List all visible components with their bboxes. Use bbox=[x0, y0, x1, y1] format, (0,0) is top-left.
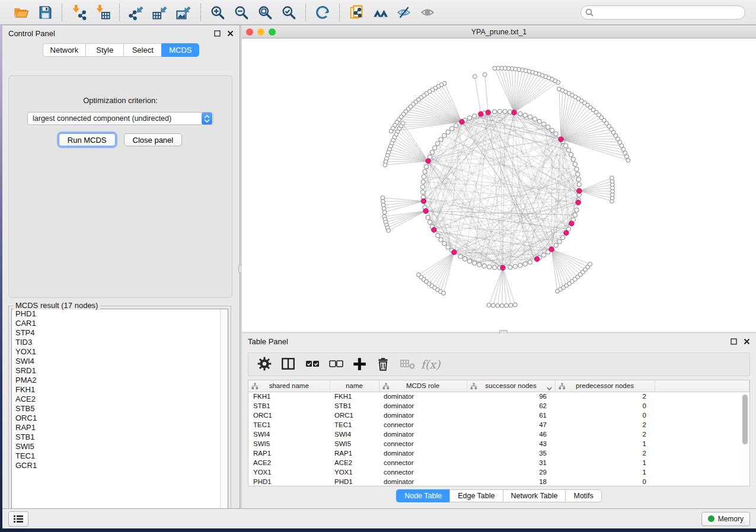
network-node[interactable] bbox=[546, 125, 550, 129]
table-row[interactable]: PHD1PHD1dominator180 bbox=[248, 477, 749, 486]
network-node[interactable] bbox=[550, 128, 554, 132]
close-panel-icon[interactable] bbox=[227, 30, 234, 37]
network-node[interactable] bbox=[382, 210, 387, 214]
panel-list-button[interactable] bbox=[8, 511, 28, 527]
table-row[interactable]: YOX1YOX1connector291 bbox=[248, 467, 749, 477]
export-network-button[interactable] bbox=[126, 3, 147, 22]
network-node[interactable] bbox=[576, 177, 580, 181]
network-node[interactable] bbox=[439, 137, 443, 142]
network-node[interactable] bbox=[426, 215, 430, 219]
first-neighbors-button[interactable] bbox=[369, 3, 391, 22]
mcds-list-scrollbar[interactable] bbox=[220, 309, 228, 518]
table-row[interactable]: STB1STB1dominator620 bbox=[248, 401, 749, 411]
network-node[interactable] bbox=[462, 257, 467, 261]
float-panel-icon[interactable] bbox=[730, 338, 737, 345]
zoom-out-button[interactable] bbox=[231, 3, 252, 22]
network-node[interactable] bbox=[389, 129, 393, 133]
table-row[interactable]: FKH1FKH1dominator962 bbox=[248, 392, 749, 401]
mcds-result-item[interactable]: GCR1 bbox=[12, 461, 228, 470]
network-node[interactable] bbox=[528, 260, 532, 264]
network-node[interactable] bbox=[626, 158, 630, 162]
network-node[interactable] bbox=[473, 75, 477, 79]
network-node[interactable] bbox=[564, 143, 568, 148]
network-node[interactable] bbox=[575, 167, 579, 171]
mcds-result-item[interactable]: TID3 bbox=[12, 338, 228, 347]
mcds-result-item[interactable]: SWI5 bbox=[12, 442, 228, 451]
mcds-result-item[interactable]: FKH1 bbox=[12, 385, 228, 395]
network-node[interactable] bbox=[477, 262, 481, 267]
mcds-result-list[interactable]: PHD1CAR1STP4TID3YOX1SWI4SRD1PMA2FKH1ACE2… bbox=[11, 309, 228, 519]
mcds-result-item[interactable]: STP4 bbox=[12, 328, 228, 338]
network-node[interactable] bbox=[503, 109, 507, 113]
network-node[interactable] bbox=[482, 264, 486, 268]
column-pane-button[interactable] bbox=[280, 357, 296, 372]
network-node[interactable] bbox=[450, 126, 454, 130]
table-row[interactable]: ORC1ORC1dominator610 bbox=[248, 411, 749, 420]
network-node[interactable] bbox=[518, 111, 522, 116]
network-node[interactable] bbox=[424, 165, 428, 169]
export-image-button[interactable] bbox=[173, 3, 194, 22]
network-node[interactable] bbox=[491, 303, 495, 307]
memory-button[interactable]: Memory bbox=[701, 512, 750, 526]
network-node[interactable] bbox=[569, 152, 573, 156]
close-panel-button[interactable]: Close panel bbox=[124, 133, 183, 146]
network-node[interactable] bbox=[573, 162, 577, 166]
network-node[interactable] bbox=[420, 190, 425, 194]
network-node[interactable] bbox=[577, 182, 581, 187]
network-node[interactable] bbox=[446, 245, 450, 249]
mcds-hub-node[interactable] bbox=[559, 137, 563, 142]
node-table[interactable]: shared namenameMCDS rolesuccessor nodesp… bbox=[248, 380, 750, 486]
network-node[interactable] bbox=[439, 238, 443, 242]
zoom-fit-button[interactable] bbox=[254, 3, 276, 22]
table-row[interactable]: SWI5SWI5connector431 bbox=[248, 439, 749, 448]
save-session-button[interactable] bbox=[34, 3, 56, 22]
close-panel-icon[interactable] bbox=[743, 338, 750, 345]
mcds-result-item[interactable]: PHD1 bbox=[12, 309, 228, 319]
mcds-hub-node[interactable] bbox=[432, 227, 436, 232]
network-node[interactable] bbox=[541, 122, 546, 126]
table-scrollbar[interactable] bbox=[741, 392, 749, 485]
mcds-result-item[interactable]: SRD1 bbox=[12, 366, 228, 376]
network-canvas[interactable] bbox=[242, 39, 756, 332]
show-all-button[interactable] bbox=[417, 3, 438, 22]
mcds-hub-node[interactable] bbox=[423, 209, 428, 213]
export-table-button[interactable] bbox=[149, 3, 171, 22]
network-node[interactable] bbox=[433, 146, 437, 150]
table-row[interactable]: TEC1TEC1connector472 bbox=[248, 420, 749, 430]
mcds-hub-node[interactable] bbox=[460, 119, 464, 124]
mcds-result-item[interactable]: STB1 bbox=[12, 432, 228, 442]
network-node[interactable] bbox=[497, 109, 502, 113]
network-node[interactable] bbox=[383, 163, 387, 167]
mcds-hub-node[interactable] bbox=[569, 221, 574, 226]
mcds-hub-node[interactable] bbox=[500, 265, 505, 270]
mcds-result-item[interactable]: RAP1 bbox=[12, 423, 228, 432]
network-node[interactable] bbox=[496, 304, 500, 308]
network-node[interactable] bbox=[487, 303, 491, 307]
network-node[interactable] bbox=[566, 148, 570, 152]
apply-layout-button[interactable] bbox=[312, 3, 333, 22]
network-node[interactable] bbox=[588, 262, 592, 267]
network-node[interactable] bbox=[513, 264, 517, 268]
mcds-result-item[interactable]: STB5 bbox=[12, 404, 228, 414]
mcds-hub-node[interactable] bbox=[535, 257, 540, 261]
network-node[interactable] bbox=[467, 116, 471, 120]
tab-style[interactable]: Style bbox=[85, 43, 123, 57]
network-node[interactable] bbox=[509, 303, 513, 307]
tab-node-table[interactable]: Node Table bbox=[396, 489, 449, 502]
column-header-predecessor-nodes[interactable]: predecessor nodes bbox=[555, 380, 655, 392]
add-button[interactable] bbox=[352, 357, 367, 372]
network-node[interactable] bbox=[442, 291, 446, 296]
network-node[interactable] bbox=[387, 229, 391, 233]
table-scrollbar-thumb[interactable] bbox=[742, 395, 748, 444]
mcds-result-item[interactable]: PMA2 bbox=[12, 376, 228, 385]
mcds-hub-node[interactable] bbox=[452, 249, 457, 254]
mcds-hub-node[interactable] bbox=[549, 247, 554, 252]
network-node[interactable] bbox=[518, 263, 522, 267]
network-node[interactable] bbox=[557, 239, 562, 243]
column-header-shared-name[interactable]: shared name bbox=[248, 380, 330, 392]
network-node[interactable] bbox=[513, 303, 517, 307]
network-node[interactable] bbox=[532, 117, 537, 121]
network-node[interactable] bbox=[500, 304, 504, 308]
mcds-result-item[interactable]: ACE2 bbox=[12, 395, 228, 404]
mcds-hub-node[interactable] bbox=[576, 200, 580, 205]
